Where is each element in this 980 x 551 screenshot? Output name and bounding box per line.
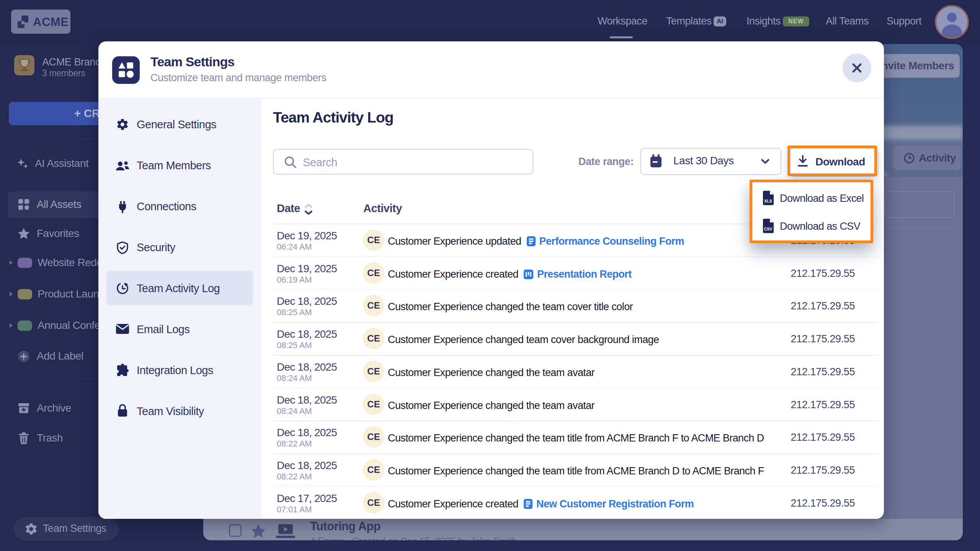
svg-text:CSV: CSV [764, 227, 773, 231]
svg-text:XLS: XLS [764, 199, 772, 203]
